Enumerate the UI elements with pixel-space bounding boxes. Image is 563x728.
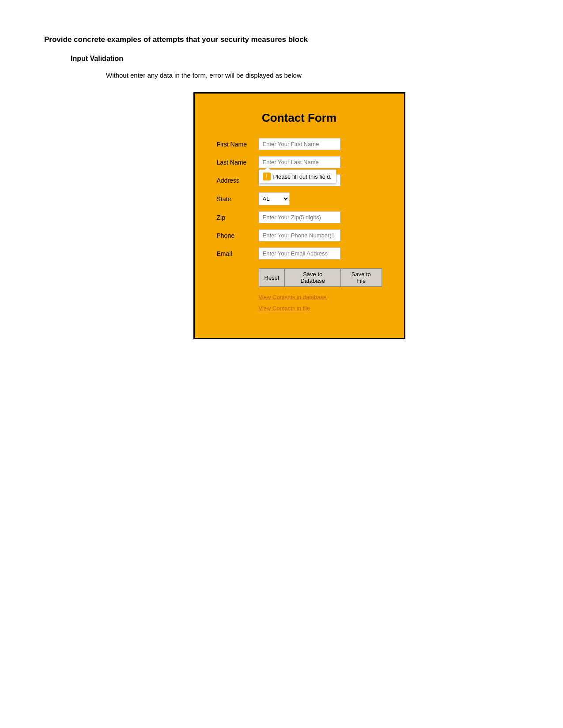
warning-icon: ! [263,173,271,180]
email-row: Email [217,248,382,259]
save-file-button[interactable]: Save to File [340,268,382,287]
first-name-label: First Name [217,141,259,148]
validation-tooltip: ! Please fill out this field. [259,169,336,184]
phone-row: Phone [217,229,382,241]
zip-label: Zip [217,214,259,221]
form-title: Contact Form [217,111,382,125]
state-row: State AL AK AZ AR CA [217,192,382,205]
zip-row: Zip [217,211,382,223]
zip-input[interactable] [259,211,340,223]
page-heading: Provide concrete examples of attempts th… [44,35,519,44]
state-select[interactable]: AL AK AZ AR CA [259,192,290,205]
state-label: State [217,195,259,203]
reset-button[interactable]: Reset [259,268,285,287]
view-contacts-database-link[interactable]: View Contacts in database [259,294,382,300]
tooltip-message: Please fill out this field. [273,173,332,180]
phone-input[interactable] [259,229,340,241]
first-name-row: First Name [217,138,382,150]
first-name-input[interactable] [259,138,340,150]
address-label: Address [217,177,259,184]
last-name-tooltip-wrapper: ! Please fill out this field. [259,156,340,168]
phone-label: Phone [217,232,259,239]
description-text: Without enter any data in the form, erro… [106,71,519,79]
email-label: Email [217,250,259,257]
form-screenshot-wrapper: Contact Form First Name Last Name ! Plea… [79,92,519,339]
email-input[interactable] [259,248,340,259]
form-links: View Contacts in database View Contacts … [259,294,382,311]
sub-heading: Input Validation [71,55,519,63]
form-container: Contact Form First Name Last Name ! Plea… [193,92,405,339]
view-contacts-file-link[interactable]: View Contacts in file [259,305,382,311]
last-name-label: Last Name [217,159,259,166]
last-name-input[interactable] [259,156,340,168]
last-name-row: Last Name ! Please fill out this field. [217,156,382,168]
tooltip-arrow [264,167,271,170]
form-buttons: Reset Save to Database Save to File [259,268,382,287]
save-database-button[interactable]: Save to Database [284,268,340,287]
